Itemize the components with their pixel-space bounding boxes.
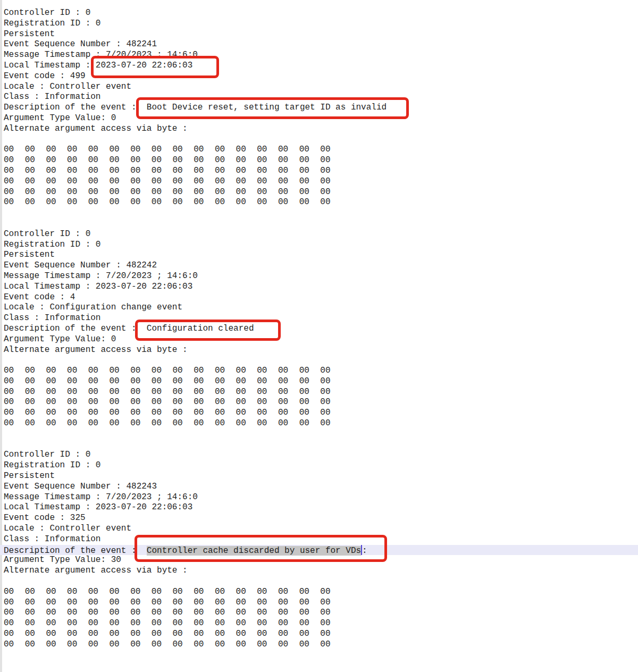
hex-byte: 00: [67, 366, 88, 376]
hex-byte: 00: [194, 187, 215, 198]
hex-byte: 00: [4, 397, 25, 408]
event-description-line: Description of the event : Boot Device r…: [4, 103, 638, 113]
hex-byte: 00: [109, 397, 130, 408]
hex-byte: 00: [173, 145, 194, 155]
hex-byte: 00: [46, 166, 67, 177]
hex-byte: 00: [130, 640, 152, 650]
hex-byte: 00: [194, 598, 215, 608]
hex-byte: 00: [67, 197, 88, 208]
hex-byte: 00: [320, 177, 341, 187]
hex-byte: 00: [215, 618, 236, 629]
description-value: Configuration cleared: [147, 324, 254, 333]
hex-byte: 00: [299, 587, 321, 598]
hex-byte: 00: [152, 166, 173, 177]
hex-byte: 00: [236, 408, 257, 418]
hex-byte: 00: [257, 618, 278, 629]
hex-byte: 00: [278, 366, 299, 376]
log-line: Argument Type Value: 0: [4, 113, 638, 124]
log-line: Registration ID : 0: [4, 460, 638, 471]
hex-row: 00000000000000000000000000000000: [4, 366, 638, 376]
hex-byte: 00: [278, 418, 299, 429]
hex-byte: 00: [173, 366, 194, 376]
hex-byte: 00: [236, 640, 257, 650]
hex-byte: 00: [320, 197, 341, 208]
hex-byte: 00: [109, 629, 130, 640]
hex-byte: 00: [215, 608, 236, 618]
description-label: Description of the event :: [4, 324, 137, 333]
hex-byte: 00: [278, 587, 299, 598]
hex-byte: 00: [173, 397, 194, 408]
hex-byte: 00: [109, 145, 130, 155]
hex-byte: 00: [46, 197, 67, 208]
hex-byte: 00: [46, 387, 67, 398]
log-line: Local Timestamp : 2023-07-20 22:06:03: [4, 61, 638, 71]
hex-byte: 00: [46, 187, 67, 198]
hex-byte: 00: [257, 408, 278, 418]
blank-line: [4, 576, 638, 587]
hex-byte: 00: [130, 387, 152, 398]
hex-byte: 00: [173, 387, 194, 398]
hex-byte: 00: [67, 155, 88, 166]
blank-line: [4, 650, 638, 661]
hex-byte: 00: [109, 197, 130, 208]
hex-byte: 00: [257, 155, 278, 166]
hex-byte: 00: [194, 197, 215, 208]
hex-byte: 00: [278, 629, 299, 640]
log-line: Class : Information: [4, 534, 638, 545]
log-line: Alternate argument access via byte :: [4, 124, 638, 135]
log-line: Event code : 4: [4, 292, 638, 303]
hex-byte: 00: [4, 166, 25, 177]
hex-byte: 00: [46, 366, 67, 376]
log-line: Alternate argument access via byte :: [4, 566, 638, 576]
hex-byte: 00: [88, 408, 110, 418]
hex-byte: 00: [299, 640, 321, 650]
hex-byte: 00: [25, 598, 46, 608]
log-line: Registration ID : 0: [4, 240, 638, 250]
hex-byte: 00: [173, 598, 194, 608]
hex-byte: 00: [299, 598, 321, 608]
hex-byte: 00: [257, 387, 278, 398]
description-label: Description of the event :: [4, 546, 137, 556]
hex-byte: 00: [320, 166, 341, 177]
log-line: Locale : Controller event: [4, 82, 638, 93]
hex-byte: 00: [4, 145, 25, 155]
hex-byte: 00: [88, 598, 110, 608]
hex-byte: 00: [257, 598, 278, 608]
description-value: Boot Device reset, setting target ID as …: [147, 103, 387, 112]
hex-row: 00000000000000000000000000000000: [4, 177, 638, 187]
hex-byte: 00: [299, 608, 321, 618]
hex-byte: 00: [46, 376, 67, 387]
hex-byte: 00: [67, 187, 88, 198]
hex-byte: 00: [109, 387, 130, 398]
event-log-text[interactable]: Controller ID : 0Registration ID : 0Pers…: [4, 8, 638, 671]
description-label: Description of the event :: [4, 103, 137, 112]
hex-byte: 00: [194, 408, 215, 418]
log-line: Controller ID : 0: [4, 450, 638, 460]
hex-byte: 00: [173, 608, 194, 618]
log-line: Controller ID : 0: [4, 229, 638, 240]
hex-byte: 00: [215, 418, 236, 429]
blank-line: [4, 355, 638, 366]
blank-line: [4, 440, 638, 450]
hex-byte: 00: [173, 376, 194, 387]
hex-row: 00000000000000000000000000000000: [4, 618, 638, 629]
hex-byte: 00: [25, 197, 46, 208]
hex-byte: 00: [152, 408, 173, 418]
hex-byte: 00: [320, 629, 341, 640]
hex-byte: 00: [88, 187, 110, 198]
hex-byte: 00: [4, 587, 25, 598]
hex-byte: 00: [4, 608, 25, 618]
hex-byte: 00: [25, 387, 46, 398]
hex-row: 00000000000000000000000000000000: [4, 155, 638, 166]
hex-byte: 00: [299, 387, 321, 398]
hex-byte: 00: [4, 387, 25, 398]
hex-byte: 00: [173, 418, 194, 429]
hex-byte: 00: [130, 608, 152, 618]
hex-byte: 00: [320, 598, 341, 608]
blank-line: [4, 208, 638, 219]
hex-byte: 00: [4, 187, 25, 198]
hex-byte: 00: [194, 629, 215, 640]
hex-byte: 00: [130, 598, 152, 608]
hex-byte: 00: [4, 376, 25, 387]
hex-byte: 00: [236, 197, 257, 208]
